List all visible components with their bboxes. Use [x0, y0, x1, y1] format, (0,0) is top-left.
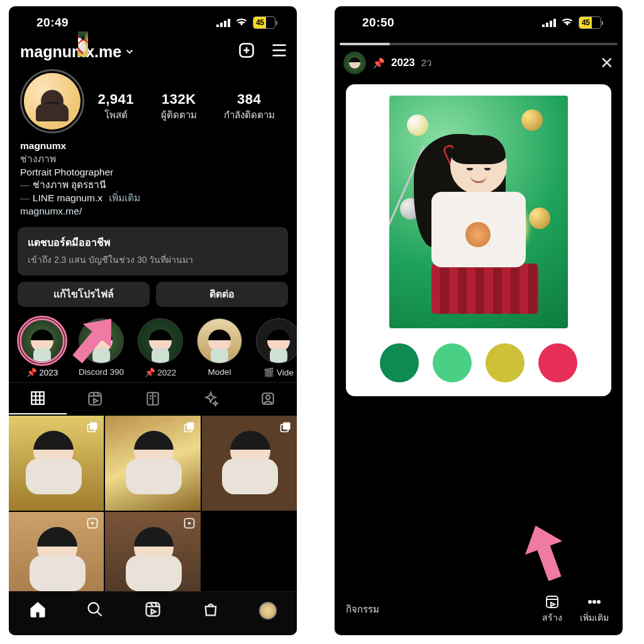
- reel-icon: [183, 517, 196, 530]
- story-progress: [340, 43, 618, 45]
- story-card: [346, 84, 611, 396]
- bio-display-name: magnumx: [20, 140, 286, 153]
- stat-followers[interactable]: 132K ผู้ติดตาม: [161, 91, 197, 123]
- post-thumbnail[interactable]: [105, 416, 200, 511]
- bio-more-link[interactable]: เพิ่มเติม: [109, 192, 140, 203]
- nav-shop[interactable]: [202, 601, 219, 621]
- svg-point-16: [89, 602, 99, 613]
- hamburger-menu-button[interactable]: [270, 43, 288, 60]
- svg-rect-6: [78, 38, 82, 46]
- status-bar: 20:50 45: [335, 6, 623, 39]
- pin-icon: 📌: [372, 57, 385, 69]
- carousel-icon: [78, 36, 83, 49]
- battery-icon: 45: [579, 16, 601, 29]
- story-activity[interactable]: กิจกรรม: [346, 602, 379, 617]
- status-bar: 20:49 45: [9, 6, 297, 39]
- story-photo: [389, 96, 568, 328]
- svg-point-5: [266, 395, 270, 399]
- swatch: [380, 343, 419, 382]
- bio-category: ช่างภาพ: [20, 153, 286, 166]
- post-thumbnail[interactable]: [78, 31, 88, 57]
- contact-button[interactable]: ติดต่อ: [156, 282, 288, 307]
- story-viewport[interactable]: 📌 2023 2ว ✕ iPhone Christmas พรีเซ็ตแต่ง…: [335, 43, 623, 590]
- bottom-nav: [9, 591, 297, 635]
- posts-grid: [9, 416, 297, 608]
- svg-rect-12: [283, 422, 291, 430]
- story-bottom-bar: กิจกรรม สร้าง เพิ่มเติม: [335, 592, 623, 635]
- profile-header: magnumx.me: [9, 39, 297, 67]
- svg-rect-8: [90, 422, 97, 430]
- promo-banner: iPhone Christmas พรีเซ็ตแต่ง | ติดวิตซ์ …: [335, 401, 623, 590]
- story-more[interactable]: เพิ่มเติม: [580, 594, 609, 625]
- phone-profile: 20:49 45 magnumx.me 2,941 โพสต์ 132K: [9, 6, 297, 635]
- annotation-arrow-icon: [508, 514, 582, 591]
- svg-point-21: [597, 601, 600, 603]
- carousel-icon: [86, 421, 99, 433]
- nav-home[interactable]: [29, 601, 47, 621]
- highlight-video[interactable]: 🎬 Vide: [253, 318, 297, 377]
- tab-reels[interactable]: [67, 383, 125, 414]
- cellular-icon: [542, 18, 556, 27]
- tab-guides[interactable]: [124, 383, 182, 414]
- stat-following[interactable]: 384 กำลังติดตาม: [224, 91, 275, 123]
- status-time: 20:50: [362, 16, 394, 30]
- story-age: 2ว: [421, 55, 431, 70]
- pro-dashboard-card[interactable]: แดชบอร์ดมืออาชีพ เข้าถึง 2.3 แสน บัญชีใน…: [18, 227, 288, 275]
- highlight-2022[interactable]: 📌 2022: [135, 318, 186, 377]
- svg-rect-1: [31, 392, 44, 404]
- swatch: [486, 343, 525, 382]
- svg-point-20: [593, 601, 596, 603]
- swatch: [433, 343, 472, 382]
- carousel-icon: [279, 421, 292, 433]
- bio-line: Portrait Photographer: [20, 166, 286, 179]
- story-avatar[interactable]: [343, 52, 366, 74]
- svg-point-19: [589, 601, 591, 603]
- bio-link[interactable]: magnumx.me/: [20, 206, 82, 216]
- profile-avatar[interactable]: [20, 69, 84, 133]
- color-palette: [380, 343, 577, 382]
- bio-block: magnumx ช่างภาพ Portrait Photographer — …: [9, 133, 297, 223]
- phone-story: 20:50 45 📌 2023 2ว ✕: [335, 6, 623, 635]
- link-icon: [404, 517, 416, 530]
- highlight-model[interactable]: Model: [194, 318, 245, 377]
- wifi-icon: [561, 16, 574, 30]
- post-thumbnail[interactable]: [9, 416, 104, 511]
- tab-tagged[interactable]: [239, 383, 297, 414]
- promo-title: Christmas: [335, 436, 623, 487]
- cellular-icon: [216, 18, 230, 27]
- post-thumbnail[interactable]: [202, 416, 297, 511]
- status-time: 20:49: [36, 16, 69, 30]
- reel-icon: [86, 517, 99, 530]
- close-icon[interactable]: ✕: [600, 53, 614, 73]
- tab-effects[interactable]: [182, 383, 240, 414]
- chevron-down-icon: [124, 46, 135, 57]
- nav-profile[interactable]: [259, 602, 277, 619]
- story-header: 📌 2023 2ว ✕: [335, 52, 623, 74]
- carousel-icon: [183, 421, 196, 433]
- swatch: [538, 343, 577, 382]
- battery-icon: 45: [253, 16, 275, 29]
- create-post-button[interactable]: [238, 42, 255, 62]
- tab-grid[interactable]: [9, 383, 67, 414]
- nav-reels[interactable]: [144, 601, 162, 621]
- highlights-row[interactable]: 📌 2023 Discord 390 📌 2022 Model 🎬 Vide: [9, 307, 297, 382]
- edit-profile-button[interactable]: แก้ไขโปรไฟล์: [18, 282, 150, 307]
- stat-posts[interactable]: 2,941 โพสต์: [97, 91, 134, 123]
- promo-subtitle: พรีเซ็ตแต่ง | ติดวิตซ์ IG @magnumx.me: [335, 484, 623, 499]
- nav-search[interactable]: [86, 601, 104, 621]
- svg-rect-10: [186, 422, 194, 430]
- story-title[interactable]: 2023: [391, 57, 415, 69]
- story-create[interactable]: สร้าง: [542, 594, 562, 625]
- promo-device: iPhone: [335, 424, 623, 440]
- wifi-icon: [235, 16, 248, 30]
